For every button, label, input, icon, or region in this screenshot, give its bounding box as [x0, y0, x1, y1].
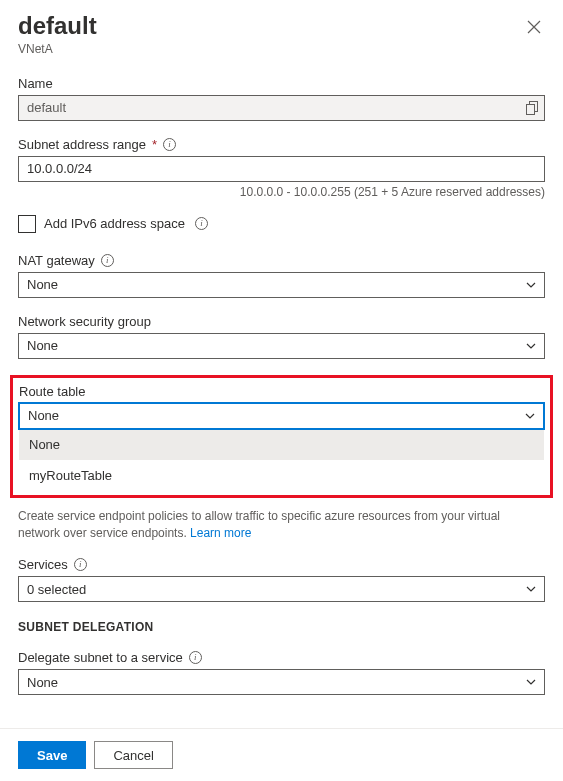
- chevron-down-icon: [526, 586, 536, 592]
- footer: Save Cancel: [0, 728, 563, 781]
- route-table-label: Route table: [19, 384, 544, 399]
- page-title: default: [18, 12, 97, 41]
- cancel-button[interactable]: Cancel: [94, 741, 172, 769]
- info-icon[interactable]: i: [195, 217, 208, 230]
- close-button[interactable]: [523, 16, 545, 38]
- services-select[interactable]: 0 selected: [18, 576, 545, 602]
- route-table-select[interactable]: None: [19, 403, 544, 429]
- delegate-select[interactable]: None: [18, 669, 545, 695]
- nsg-label: Network security group: [18, 314, 545, 329]
- route-table-option-myroutetable[interactable]: myRouteTable: [19, 460, 544, 491]
- subnet-delegation-section: SUBNET DELEGATION: [18, 620, 545, 634]
- copy-button[interactable]: [526, 101, 539, 115]
- info-icon[interactable]: i: [163, 138, 176, 151]
- save-button[interactable]: Save: [18, 741, 86, 769]
- nat-gateway-label: NAT gateway i: [18, 253, 545, 268]
- subnet-range-helper: 10.0.0.0 - 10.0.0.255 (251 + 5 Azure res…: [18, 185, 545, 199]
- chevron-down-icon: [526, 679, 536, 685]
- delegate-label: Delegate subnet to a service i: [18, 650, 545, 665]
- close-icon: [527, 20, 541, 34]
- ipv6-label: Add IPv6 address space: [44, 216, 185, 231]
- copy-icon: [526, 101, 539, 115]
- route-table-dropdown: None myRouteTable: [19, 429, 544, 491]
- subnet-range-input[interactable]: [18, 156, 545, 182]
- subnet-range-label: Subnet address range * i: [18, 137, 545, 152]
- info-icon[interactable]: i: [74, 558, 87, 571]
- info-icon[interactable]: i: [101, 254, 114, 267]
- service-endpoints-description: Create service endpoint policies to allo…: [18, 508, 545, 542]
- services-label: Services i: [18, 557, 545, 572]
- route-table-option-none[interactable]: None: [19, 429, 544, 460]
- nsg-select[interactable]: None: [18, 333, 545, 359]
- chevron-down-icon: [526, 282, 536, 288]
- info-icon[interactable]: i: [189, 651, 202, 664]
- name-input[interactable]: [18, 95, 545, 121]
- ipv6-checkbox[interactable]: [18, 215, 36, 233]
- required-indicator: *: [152, 137, 157, 152]
- name-label: Name: [18, 76, 545, 91]
- route-table-highlight: Route table None None myRouteTable: [10, 375, 553, 498]
- chevron-down-icon: [525, 413, 535, 419]
- chevron-down-icon: [526, 343, 536, 349]
- nat-gateway-select[interactable]: None: [18, 272, 545, 298]
- svg-rect-1: [527, 104, 535, 114]
- page-subtitle: VNetA: [18, 42, 97, 56]
- learn-more-link[interactable]: Learn more: [190, 526, 251, 540]
